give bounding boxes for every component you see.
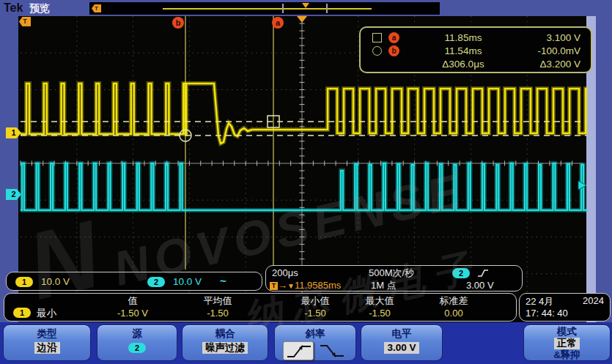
bottom-menu-bar: 类型 边沿 源 2 耦合 噪声过滤 斜率 电平 3.00 V 模: [0, 322, 612, 364]
trigger-slope-icon: [477, 268, 489, 278]
mode-value2: &释抑: [524, 349, 610, 360]
sample-rate: 500M次/秒: [369, 267, 414, 279]
meas-col-value: -1.50 V: [100, 307, 166, 320]
ch1-scale: 10.0 V: [41, 276, 70, 287]
record-waveform-extent: [163, 8, 372, 10]
record-length: 1M 点: [371, 280, 397, 291]
meas-col-label: 值: [100, 294, 166, 307]
datetime-box: 22 4月 2024 17: 44: 40: [519, 293, 611, 322]
meas-col-label: 最小值: [282, 294, 348, 307]
date-day-month: 22 4月: [526, 295, 553, 308]
meas-col-value: 0.00: [420, 307, 487, 320]
record-trigger-position-icon: [302, 3, 309, 8]
top-status-bar: Tek 预览 T: [0, 0, 612, 16]
meas-col-value: -1.50: [347, 307, 413, 320]
slope-rising-icon[interactable]: [283, 341, 314, 360]
oscilloscope-screen: NOVOSENSE 纳芯微电子 N Tek 预览 T T 1 2 b a a 1…: [0, 0, 612, 364]
cursor-b-label: b: [388, 45, 399, 56]
measurement-source-badge: 1: [13, 308, 31, 318]
meas-col-label: 最大值: [347, 294, 413, 307]
type-value: 边沿: [34, 342, 60, 354]
meas-col-value: -1.50: [185, 307, 251, 320]
cursor-readout-box: a 11.85ms 3.100 V b 11.54ms -100.0mV Δ30…: [359, 26, 592, 73]
cursor-b-circle-icon: [372, 46, 382, 56]
window-bracket-right: [326, 4, 328, 13]
measurement-name: 最小: [37, 307, 56, 320]
trigger-position-readout: T→▼11.9585ms: [270, 280, 341, 292]
slope-falling-icon[interactable]: [317, 341, 347, 360]
record-view-strip[interactable]: T: [89, 2, 440, 15]
record-trigger-flag-icon: T: [92, 4, 101, 12]
ch2-coupling-icon: ~: [220, 275, 226, 287]
menu-button-type[interactable]: 类型 边沿: [3, 324, 91, 361]
trigger-level-readout: 3.00 V: [466, 280, 494, 291]
cursor-b-badge[interactable]: b: [172, 17, 184, 29]
timebase-scale: 200μs: [272, 267, 298, 279]
acquisition-status: 预览: [29, 2, 50, 15]
trigger-time: 11.9585ms: [295, 280, 341, 291]
window-bracket-left: [282, 4, 284, 13]
cursor-a-badge[interactable]: a: [272, 17, 284, 29]
tek-logo: Tek: [4, 1, 23, 15]
ch1-badge[interactable]: 1: [15, 277, 33, 287]
ch2-scale: 10.0 V: [173, 276, 202, 287]
cursor-delta-volt: Δ3.200 V: [485, 58, 580, 71]
clock-time: 17: 44: 40: [526, 308, 568, 319]
source-channel-badge: 2: [128, 343, 146, 353]
cursor-a-volt: 3.100 V: [485, 31, 580, 45]
menu-button-slope[interactable]: 斜率: [274, 324, 356, 361]
measurement-bar: 1 最小 值 -1.50 V 平均值 -1.50 最小值 -1.50 最大值 -…: [4, 293, 517, 322]
level-value: 3.00 V: [384, 342, 419, 354]
timebase-trigger-box: 200μs 500M次/秒 2 T→▼11.9585ms 1M 点 3.00 V: [265, 265, 523, 291]
trigger-t-icon: T: [270, 282, 278, 290]
cursor-a-label: a: [388, 32, 399, 43]
cursor-b-volt: -100.0mV: [485, 45, 580, 58]
menu-button-coupling[interactable]: 耦合 噪声过滤: [182, 324, 268, 361]
menu-button-source[interactable]: 源 2: [97, 324, 177, 361]
channel-readout-bar: 1 10.0 V 2 10.0 V ~: [6, 272, 262, 291]
mode-value: 正常: [554, 338, 580, 349]
date-year: 2024: [583, 295, 604, 308]
ch2-badge[interactable]: 2: [147, 277, 165, 287]
trigger-source-badge: 2: [452, 268, 470, 278]
coupling-value: 噪声过滤: [202, 342, 248, 354]
meas-col-value: -1.50: [282, 307, 348, 320]
meas-col-label: 平均值: [185, 294, 251, 307]
menu-button-mode[interactable]: 模式 正常 &释抑: [523, 324, 611, 361]
meas-col-label: 标准差: [420, 294, 487, 307]
menu-button-level[interactable]: 电平 3.00 V: [361, 324, 443, 361]
cursor-a-square-icon: [372, 33, 382, 42]
